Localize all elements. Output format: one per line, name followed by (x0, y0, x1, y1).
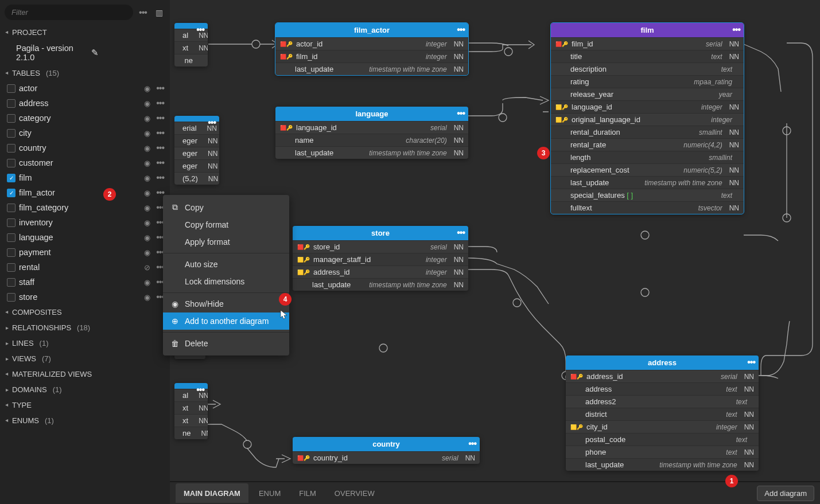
eye-icon[interactable]: ◉ (144, 99, 150, 108)
ctx-auto-size[interactable]: Auto size (163, 256, 289, 273)
eye-icon[interactable]: ◉ (144, 233, 150, 242)
more-icon[interactable]: ••• (156, 158, 164, 168)
sidebar-item-staff[interactable]: staff ◉ ••• (0, 275, 170, 290)
checkbox[interactable] (7, 263, 15, 272)
ctx-delete[interactable]: 🗑Delete (163, 335, 289, 352)
more-icon[interactable]: ••• (196, 25, 204, 35)
more-icon[interactable]: ••• (156, 143, 164, 153)
eye-icon[interactable]: ◉ (144, 248, 150, 257)
table-film[interactable]: film••• 🟥🔑film_idserialNNtitletextNNdesc… (551, 23, 744, 214)
section-lines[interactable]: ▸ LINES (1) (0, 335, 170, 351)
eye-icon[interactable]: ◉ (144, 189, 150, 197)
filter-more-icon[interactable]: ••• (137, 6, 149, 19)
table-title: language••• (275, 107, 468, 121)
checkbox[interactable] (7, 278, 15, 287)
sidebar-item-film_category[interactable]: film_category ◉ ••• (0, 200, 170, 215)
sidebar-item-customer[interactable]: customer ◉ ••• (0, 155, 170, 170)
ctx-show-hide[interactable]: ◉Show/Hide (163, 295, 289, 312)
more-icon[interactable]: ••• (468, 439, 476, 449)
more-icon[interactable]: ••• (208, 118, 216, 128)
eye-icon[interactable]: ◉ (144, 204, 150, 212)
table-address[interactable]: address••• 🟥🔑address_idserialNNaddresste… (566, 355, 759, 471)
more-icon[interactable]: ••• (156, 128, 164, 138)
checkbox[interactable]: ✓ (7, 189, 15, 197)
eye-icon[interactable]: ◉ (144, 144, 150, 153)
eye-icon[interactable]: ◉ (144, 84, 150, 93)
checkbox[interactable] (7, 144, 15, 153)
more-icon[interactable]: ••• (457, 25, 465, 35)
tab-overview[interactable]: OVERVIEW (327, 483, 383, 503)
checkbox[interactable] (7, 99, 15, 108)
tab-main-diagram[interactable]: MAIN DIAGRAM (176, 483, 248, 503)
section-count: (1) (53, 385, 62, 394)
section-views[interactable]: ▸ VIEWS (7) (0, 351, 170, 366)
checkbox[interactable] (7, 233, 15, 242)
table-language[interactable]: language••• 🟥🔑language_idserialNNnamecha… (275, 107, 468, 159)
eye-icon[interactable]: ◉ (144, 278, 150, 287)
checkbox[interactable] (7, 248, 15, 257)
section-tables[interactable]: ▾ TABLES (15) (0, 65, 170, 81)
table-film-actor[interactable]: film_actor••• 🟥🔑actor_idintegerNN🟥🔑film_… (275, 23, 468, 75)
sidebar-item-category[interactable]: category ◉ ••• (0, 111, 170, 126)
sidebar-item-address[interactable]: address ◉ ••• (0, 96, 170, 111)
add-diagram-button[interactable]: Add diagram (757, 486, 814, 501)
table-partial[interactable]: ••• erialNNegerNNegerNNegerNN(5,2)NN (174, 116, 219, 185)
eye-icon[interactable]: ◉ (144, 218, 150, 227)
sidebar-item-language[interactable]: language ◉ ••• (0, 230, 170, 245)
sidebar-item-city[interactable]: city ◉ ••• (0, 126, 170, 140)
more-icon[interactable]: ••• (156, 83, 164, 93)
section-relationships[interactable]: ▸ RELATIONSHIPS (18) (0, 320, 170, 335)
checkbox[interactable] (7, 129, 15, 138)
sidebar-item-film_actor[interactable]: ✓ film_actor ◉ ••• (0, 185, 170, 200)
section-domains[interactable]: ▸ DOMAINS (1) (0, 382, 170, 397)
panel-toggle-icon[interactable]: ▥ (153, 6, 165, 19)
eye-icon[interactable]: ◉ (144, 159, 150, 167)
eye-icon[interactable]: ◉ (144, 129, 150, 138)
more-icon[interactable]: ••• (457, 228, 465, 238)
sidebar-item-payment[interactable]: payment ◉ ••• (0, 245, 170, 260)
ctx-apply-format[interactable]: Apply format (163, 233, 289, 251)
section-enums[interactable]: ▾ ENUMS (1) (0, 413, 170, 428)
more-icon[interactable]: ••• (156, 113, 164, 123)
sidebar-item-rental[interactable]: rental ⊘ ••• (0, 260, 170, 275)
ctx-copy[interactable]: ⧉Copy (163, 198, 289, 216)
sidebar-item-actor[interactable]: actor ◉ ••• (0, 81, 170, 96)
more-icon[interactable]: ••• (732, 25, 740, 35)
sidebar-item-film[interactable]: ✓ film ◉ ••• (0, 170, 170, 185)
table-country[interactable]: country••• 🟥🔑country_idserialNN (293, 437, 480, 464)
section-type[interactable]: ▾ TYPE (0, 397, 170, 413)
eye-off-icon[interactable]: ⊘ (144, 263, 150, 272)
checkbox[interactable] (7, 293, 15, 302)
tab-enum[interactable]: ENUM (251, 483, 289, 503)
section-matviews[interactable]: ▾ MATERIALIZED VIEWS (0, 366, 170, 382)
more-icon[interactable]: ••• (457, 108, 465, 119)
eye-icon[interactable]: ◉ (144, 174, 150, 182)
table-store[interactable]: store••• 🟥🔑store_idserialNN🟨🔑manager_sta… (293, 226, 468, 291)
sidebar-item-inventory[interactable]: inventory ◉ ••• (0, 215, 170, 230)
annotation-badge: 2 (103, 188, 116, 201)
checkbox[interactable] (7, 159, 15, 167)
eye-icon[interactable]: ◉ (144, 293, 150, 302)
filter-input[interactable] (5, 5, 133, 20)
eye-icon[interactable]: ◉ (144, 114, 150, 123)
ctx-copy-format[interactable]: Copy format (163, 216, 289, 233)
checkbox[interactable] (7, 114, 15, 123)
ctx-add-to-another-diagram[interactable]: ⊕Add to another diagram (163, 312, 289, 330)
sidebar-item-store[interactable]: store ◉ ••• (0, 290, 170, 304)
section-composites[interactable]: ▾ COMPOSITES (0, 304, 170, 320)
tab-film[interactable]: FILM (291, 483, 324, 503)
edit-icon[interactable]: ✎ (91, 48, 162, 57)
checkbox[interactable] (7, 218, 15, 227)
table-partial[interactable]: ••• alNNxtNNne (174, 23, 208, 67)
checkbox[interactable]: ✓ (7, 174, 15, 182)
ctx-lock-dimensions[interactable]: Lock dimensions (163, 273, 289, 290)
table-partial[interactable]: ••• alNNxtNNxtNNneNN (174, 383, 208, 439)
more-icon[interactable]: ••• (747, 357, 755, 368)
checkbox[interactable] (7, 204, 15, 212)
more-icon[interactable]: ••• (156, 98, 164, 108)
checkbox[interactable] (7, 84, 15, 93)
section-project[interactable]: ▾ PROJECT (0, 25, 170, 40)
sidebar-item-country[interactable]: country ◉ ••• (0, 140, 170, 155)
more-icon[interactable]: ••• (156, 173, 164, 183)
more-icon[interactable]: ••• (196, 385, 204, 395)
